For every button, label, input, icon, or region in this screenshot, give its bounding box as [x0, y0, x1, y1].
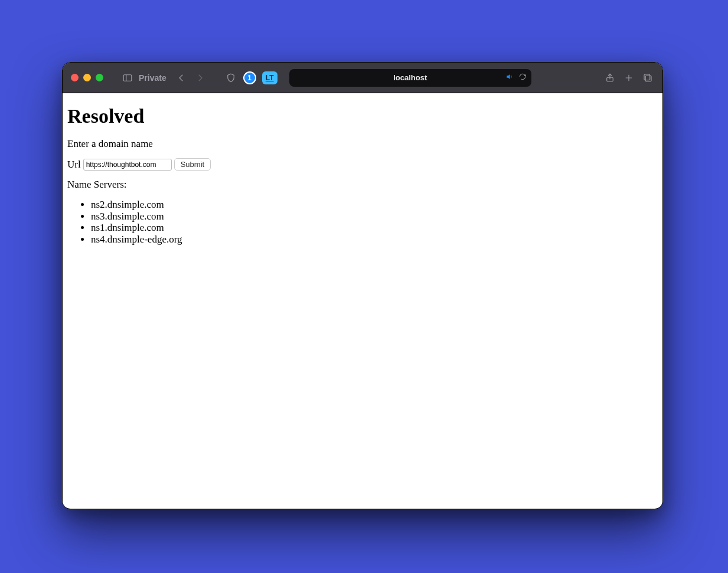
share-icon[interactable]: [603, 71, 616, 84]
window-controls: [71, 74, 103, 81]
back-button-icon[interactable]: [175, 71, 188, 84]
address-bar[interactable]: localhost: [289, 69, 531, 87]
languagetool-extension-icon[interactable]: LT: [262, 71, 278, 84]
prompt-text: Enter a domain name: [67, 138, 658, 150]
svg-rect-5: [645, 76, 651, 81]
close-window-button[interactable]: [71, 74, 79, 81]
url-label: Url: [67, 159, 81, 171]
svg-rect-0: [123, 74, 132, 81]
fullscreen-window-button[interactable]: [96, 74, 103, 81]
sidebar-toggle-icon[interactable]: [121, 71, 134, 84]
list-item: ns1.dnsimple.com: [91, 222, 658, 234]
name-servers-heading: Name Servers:: [67, 179, 658, 191]
sound-icon[interactable]: [505, 73, 514, 83]
shield-icon[interactable]: [224, 71, 237, 84]
name-servers-list: ns2.dnsimple.com ns3.dnsimple.com ns1.dn…: [67, 199, 658, 245]
url-input[interactable]: [83, 159, 172, 171]
new-tab-icon[interactable]: [622, 71, 635, 84]
submit-button[interactable]: Submit: [174, 158, 211, 171]
page-title: Resolved: [67, 105, 658, 127]
lookup-form: Url Submit: [67, 158, 658, 171]
reload-icon[interactable]: [518, 73, 527, 83]
minimize-window-button[interactable]: [83, 74, 91, 81]
list-item: ns3.dnsimple.com: [91, 211, 658, 222]
list-item: ns2.dnsimple.com: [91, 199, 658, 211]
private-mode-label: Private: [139, 73, 167, 83]
address-bar-text: localhost: [393, 73, 427, 82]
onepassword-extension-icon[interactable]: 1: [243, 71, 256, 84]
svg-rect-6: [644, 74, 650, 80]
browser-window: Private 1 LT localhost: [62, 62, 663, 509]
tab-overview-icon[interactable]: [641, 71, 654, 84]
list-item: ns4.dnsimple-edge.org: [91, 234, 658, 245]
browser-titlebar: Private 1 LT localhost: [63, 63, 662, 93]
page-content: Resolved Enter a domain name Url Submit …: [63, 93, 662, 250]
forward-button-icon[interactable]: [194, 71, 207, 84]
